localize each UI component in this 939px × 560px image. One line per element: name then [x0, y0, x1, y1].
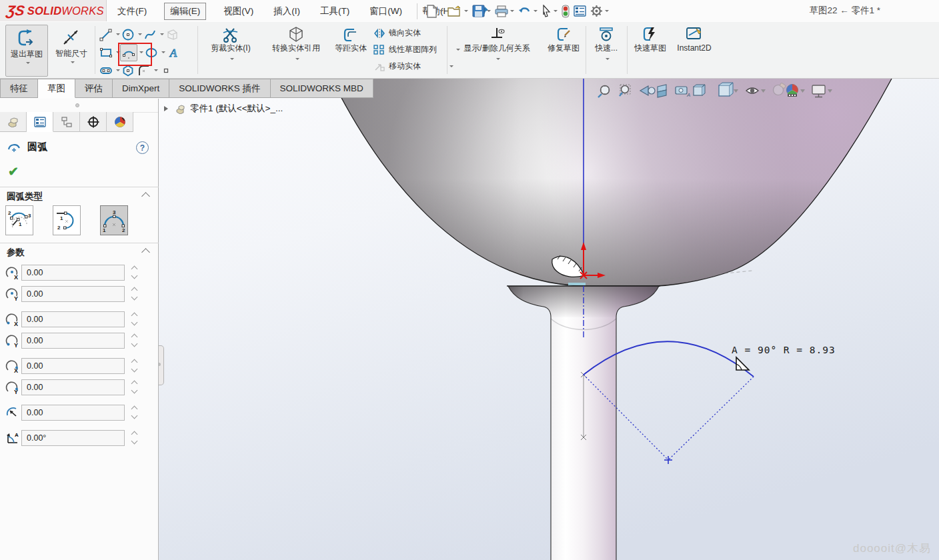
view-orientation-icon[interactable]: [694, 85, 705, 95]
quick-snaps-button[interactable]: 快速...: [590, 26, 623, 62]
select-button[interactable]: [542, 5, 558, 17]
svg-text:2: 2: [8, 210, 11, 216]
svg-text:Y: Y: [14, 295, 18, 301]
command-ribbon: 退出草图 智能尺寸 A: [0, 22, 939, 79]
end-y-spinner[interactable]: [129, 379, 140, 395]
start-x-spinner[interactable]: [129, 311, 140, 327]
display-delete-relations-button[interactable]: 显示/删除几何关系: [451, 26, 543, 62]
quick-snaps-dropdown[interactable]: [606, 58, 610, 62]
panel-collapse-dot[interactable]: [75, 103, 79, 107]
exit-sketch-button[interactable]: 退出草图: [5, 25, 48, 77]
param-row-angle: A: [4, 429, 155, 446]
ellipse-tool[interactable]: [143, 45, 159, 61]
line-tool[interactable]: [98, 27, 114, 43]
point-tool[interactable]: [158, 63, 174, 79]
property-manager-panel: 圆弧 ? ✔ 圆弧类型 2 3 1 1 2: [0, 99, 159, 560]
display-style-icon[interactable]: [719, 83, 733, 96]
svg-text:Y: Y: [14, 389, 18, 395]
text-tool[interactable]: A: [165, 45, 181, 61]
offset-entities-button[interactable]: 等距实体: [333, 27, 368, 53]
convert-dropdown[interactable]: [295, 58, 299, 62]
end-x-spinner[interactable]: [129, 358, 140, 374]
center-x-input[interactable]: [21, 265, 125, 281]
tab-mbd[interactable]: SOLIDWORKS MBD: [271, 79, 373, 98]
mirror-entities-button[interactable]: 镜向实体: [373, 27, 421, 39]
tab-configurationmanager[interactable]: [53, 112, 80, 132]
open-button[interactable]: [447, 5, 468, 17]
arc-type-collapse-chevron[interactable]: [141, 192, 150, 201]
parameters-collapse-chevron[interactable]: [141, 248, 150, 257]
confirm-check-icon[interactable]: ✔: [8, 164, 19, 179]
centerpoint-arc-button[interactable]: 2 3 1: [5, 205, 33, 235]
flyout-feature-tree[interactable]: 零件1 (默认<<默认>_...: [164, 103, 283, 115]
tree-expand-icon[interactable]: [164, 106, 171, 111]
move-entities-button: 移动实体: [373, 61, 453, 72]
end-x-input[interactable]: [21, 358, 125, 374]
print-button[interactable]: [495, 5, 514, 17]
convert-entities-icon: [287, 26, 305, 43]
center-x-spinner[interactable]: [129, 265, 140, 281]
rapid-sketch-icon: [642, 26, 659, 43]
arc-tool[interactable]: [120, 44, 137, 61]
relations-dropdown[interactable]: [496, 58, 500, 62]
tab-dimxpert[interactable]: DimXpert: [113, 79, 169, 98]
slot-tool[interactable]: [98, 63, 114, 79]
radius-spinner[interactable]: [129, 405, 140, 421]
tangent-arc-button[interactable]: 1 2: [53, 205, 81, 235]
trim-dropdown[interactable]: [230, 58, 234, 62]
menu-tools[interactable]: 工具(T): [317, 3, 352, 19]
undo-button[interactable]: [518, 5, 538, 17]
tab-featuremanager[interactable]: [0, 112, 27, 132]
circle-tool[interactable]: [120, 27, 136, 43]
tab-propertymanager[interactable]: [27, 112, 53, 132]
center-y-input[interactable]: [21, 286, 125, 302]
start-x-input[interactable]: [21, 311, 125, 327]
angle-input[interactable]: [21, 430, 125, 446]
end-y-input[interactable]: [21, 379, 125, 395]
instant2d-icon: [685, 26, 704, 43]
convert-entities-button[interactable]: 转换实体引用: [261, 26, 331, 62]
center-y-spinner[interactable]: [129, 286, 140, 302]
mirror-entities-icon: [373, 28, 385, 39]
rebuild-button[interactable]: [562, 5, 570, 18]
smart-dimension-button[interactable]: 智能尺寸: [51, 25, 92, 75]
apply-scene-icon[interactable]: [786, 84, 798, 97]
menu-insert[interactable]: 插入(I): [271, 3, 303, 19]
repair-sketch-button[interactable]: 修复草图: [546, 26, 582, 53]
menu-window[interactable]: 窗口(W): [367, 3, 405, 19]
tab-displaymanager[interactable]: [107, 112, 133, 132]
tab-dimxpertmanager[interactable]: [80, 112, 107, 132]
svg-text:1: 1: [60, 215, 63, 221]
svg-text:1: 1: [19, 221, 22, 227]
fillet-tool[interactable]: [136, 63, 152, 79]
new-document-button[interactable]: [426, 5, 443, 18]
move-dropdown[interactable]: [449, 65, 453, 69]
tab-evaluate[interactable]: 评估: [75, 79, 113, 98]
spline-tool[interactable]: [142, 27, 158, 43]
angle-spinner[interactable]: [129, 430, 140, 446]
tab-sketch[interactable]: 草图: [38, 79, 75, 98]
trim-entities-button[interactable]: 剪裁实体(I): [203, 26, 259, 62]
radius-input[interactable]: [21, 405, 125, 421]
tab-addins[interactable]: SOLIDWORKS 插件: [169, 79, 270, 98]
polygon-tool[interactable]: [120, 63, 136, 79]
three-point-arc-button[interactable]: 1 2 3: [100, 205, 128, 235]
hide-show-items-icon[interactable]: [746, 88, 758, 93]
save-button[interactable]: [472, 5, 491, 17]
menu-file[interactable]: 文件(F): [115, 3, 149, 19]
rapid-sketch-button[interactable]: 快速草图: [632, 26, 668, 53]
help-icon[interactable]: ?: [136, 141, 149, 154]
instant2d-button[interactable]: Instant2D: [672, 26, 716, 53]
start-y-input[interactable]: [21, 333, 125, 349]
menu-view[interactable]: 视图(V): [221, 3, 256, 19]
sketch-entity-grid: A: [98, 25, 181, 79]
start-y-spinner[interactable]: [129, 333, 140, 349]
move-entities-icon: [373, 61, 385, 72]
section-view-icon[interactable]: [658, 85, 666, 97]
options-list-button[interactable]: [574, 5, 586, 17]
settings-gear-button[interactable]: [590, 5, 609, 17]
rectangle-tool[interactable]: [98, 45, 114, 61]
arc-pm-icon: [7, 140, 21, 153]
menu-edit[interactable]: 编辑(E): [164, 3, 206, 20]
tab-features[interactable]: 特征: [0, 79, 38, 98]
